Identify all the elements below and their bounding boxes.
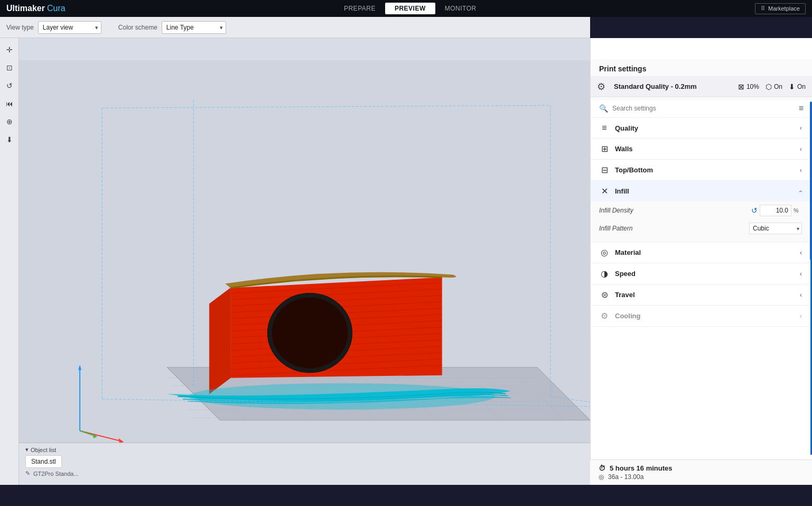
travel-section-label: Travel: [615, 291, 795, 299]
search-row: 🔍 ≡: [591, 99, 812, 118]
object-list-text: Object list: [31, 447, 56, 453]
quality-section-header[interactable]: ≡ Quality ‹: [591, 118, 810, 138]
settings-section-quality: ≡ Quality ‹: [591, 118, 810, 139]
marketplace-grid-icon: ⠿: [761, 5, 765, 12]
tool-layers-button[interactable]: ⊕: [2, 114, 17, 129]
speed-section-label: Speed: [615, 270, 795, 278]
quality-chevron-icon: ‹: [800, 124, 802, 132]
main-area: View type Layer view Solid view X-Ray vi…: [0, 17, 812, 485]
walls-chevron-icon: ‹: [800, 145, 802, 153]
tool-scale-button[interactable]: ⊡: [2, 60, 17, 75]
travel-chevron-icon: ‹: [800, 291, 802, 299]
printer-name: GT2Pro Standa...: [33, 471, 79, 477]
adhesion-icon: ⬇: [789, 82, 795, 91]
infill-density-reset-button[interactable]: ↺: [751, 206, 758, 215]
print-time: 5 hours 16 minutes: [610, 464, 672, 472]
settings-section-more: ⚙ Cooling ‹: [591, 306, 810, 327]
infill-density-label: Infill Density: [599, 207, 747, 214]
object-list-chevron-icon: ▾: [25, 446, 29, 453]
infill-density-input[interactable]: [760, 205, 791, 216]
more-section-header[interactable]: ⚙ Cooling ‹: [591, 306, 810, 326]
walls-icon: ⊞: [599, 144, 610, 154]
infill-density-value-wrapper: ↺ %: [751, 205, 802, 216]
settings-section-topbottom: ⊟ Top/Bottom ‹: [591, 160, 810, 181]
speed-section-header[interactable]: ◑ Speed ‹: [591, 263, 810, 284]
infill-pattern-select[interactable]: Cubic Grid Lines Triangles Gyroid: [749, 223, 802, 234]
view-toolbar: View type Layer view Solid view X-Ray vi…: [0, 17, 590, 38]
bottom-right-info: ⏱ 5 hours 16 minutes ◎ 36a - 13.00a: [590, 459, 812, 485]
tab-monitor[interactable]: MONITOR: [435, 3, 486, 14]
tab-preview[interactable]: PREVIEW: [385, 3, 435, 14]
view-type-select[interactable]: Layer view Solid view X-Ray view: [38, 21, 101, 34]
color-scheme-select[interactable]: Line Type Layer Thickness Speed: [162, 21, 226, 34]
support-action: ⬡ On: [766, 82, 782, 91]
color-scheme-label: Color scheme: [118, 24, 157, 31]
settings-section-material: ◎ Material ‹: [591, 242, 810, 263]
quality-settings-icon: ⚙: [597, 81, 605, 93]
left-toolbar: ✛ ⊡ ↺ ⏮ ⊕ ⬇: [0, 38, 19, 485]
settings-section-speed: ◑ Speed ‹: [591, 263, 810, 284]
object-name: Stand.stl: [31, 458, 56, 465]
material-section-label: Material: [615, 249, 795, 256]
settings-menu-icon[interactable]: ≡: [799, 104, 804, 113]
infill-action: ⊠ 10%: [738, 82, 759, 91]
viewport: [19, 38, 590, 485]
nav-tabs: PREPARE PREVIEW MONITOR: [334, 3, 486, 14]
material-chevron-icon: ‹: [800, 249, 802, 256]
tab-prepare[interactable]: PREPARE: [334, 3, 385, 14]
tool-download-button[interactable]: ⬇: [2, 132, 17, 147]
settings-list: ≡ Quality ‹ ⊞ Walls ‹ ⊟ Top/Bottom ‹: [591, 118, 812, 455]
object-item[interactable]: Stand.stl: [25, 455, 62, 468]
clock-icon: ⏱: [599, 464, 605, 472]
svg-point-36: [272, 298, 348, 369]
color-scheme-wrapper: Line Type Layer Thickness Speed: [162, 21, 226, 34]
topbottom-section-header[interactable]: ⊟ Top/Bottom ‹: [591, 160, 810, 180]
view-type-wrapper: Layer view Solid view X-Ray view: [38, 21, 101, 34]
color-scheme-area: Line Type Layer Thickness Speed: [162, 21, 584, 34]
app-logo: Ultimaker Cura: [6, 4, 66, 13]
tool-move-button[interactable]: ✛: [2, 42, 17, 57]
filament-usage: 36a - 13.00a: [608, 473, 643, 481]
marketplace-button[interactable]: ⠿ Marketplace: [755, 3, 806, 14]
infill-chevron-icon: ‹: [797, 190, 805, 192]
topbottom-section-label: Top/Bottom: [615, 166, 795, 174]
quality-section-label: Quality: [615, 124, 795, 132]
print-settings-title: Print settings: [599, 65, 646, 73]
travel-section-header[interactable]: ⊜ Travel ‹: [591, 284, 810, 305]
infill-pattern-row: Infill Pattern Cubic Grid Lines Triangle…: [599, 219, 802, 237]
infill-section-label: Infill: [615, 187, 795, 195]
support-on-label: On: [774, 83, 782, 90]
infill-section-header[interactable]: ✕ Infill ‹: [591, 181, 810, 201]
material-icon: ◎: [599, 247, 610, 257]
more-chevron-icon: ‹: [800, 312, 802, 320]
infill-pattern-label: Infill Pattern: [599, 225, 745, 232]
material-section-header[interactable]: ◎ Material ‹: [591, 242, 810, 263]
dim-row: ◎ 36a - 13.00a: [599, 473, 804, 481]
tool-undo-button[interactable]: ↺: [2, 78, 17, 93]
adhesion-action: ⬇ On: [789, 82, 806, 91]
tool-playback-button[interactable]: ⏮: [2, 96, 17, 111]
walls-section-label: Walls: [615, 145, 795, 153]
infill-percent: 10%: [746, 83, 759, 90]
settings-section-travel: ⊜ Travel ‹: [591, 284, 810, 306]
printer-edit-icon: ✎: [25, 470, 30, 477]
support-icon: ⬡: [766, 82, 772, 91]
infill-density-row: Infill Density ↺ %: [599, 201, 802, 219]
topbottom-chevron-icon: ‹: [800, 167, 802, 174]
search-input[interactable]: [612, 105, 795, 112]
quality-title: Standard Quality - 0.2mm: [614, 82, 734, 90]
walls-section-header[interactable]: ⊞ Walls ‹: [591, 139, 810, 159]
quality-bar: ⚙ Standard Quality - 0.2mm ⊠ 10% ⬡ On ⬇ …: [591, 76, 812, 97]
navbar: Ultimaker Cura PREPARE PREVIEW MONITOR ⠿…: [0, 0, 812, 17]
settings-section-walls: ⊞ Walls ‹: [591, 139, 810, 160]
view-type-label: View type: [6, 24, 34, 31]
logo-ultimaker: Ultimaker: [6, 4, 45, 13]
print-settings-panel: ⚙ Standard Quality - 0.2mm ⊠ 10% ⬡ On ⬇ …: [590, 38, 812, 485]
panel-scrollbar: [810, 102, 812, 260]
infill-icon: ✕: [599, 186, 610, 196]
logo-cura: Cura: [47, 4, 66, 13]
infill-section-body: Infill Density ↺ % Infill Pattern Cubic: [591, 201, 810, 242]
object-list-label: ▾ Object list: [25, 446, 584, 453]
infill-density-unit: %: [794, 207, 802, 214]
more-section-label: Cooling: [615, 312, 795, 320]
